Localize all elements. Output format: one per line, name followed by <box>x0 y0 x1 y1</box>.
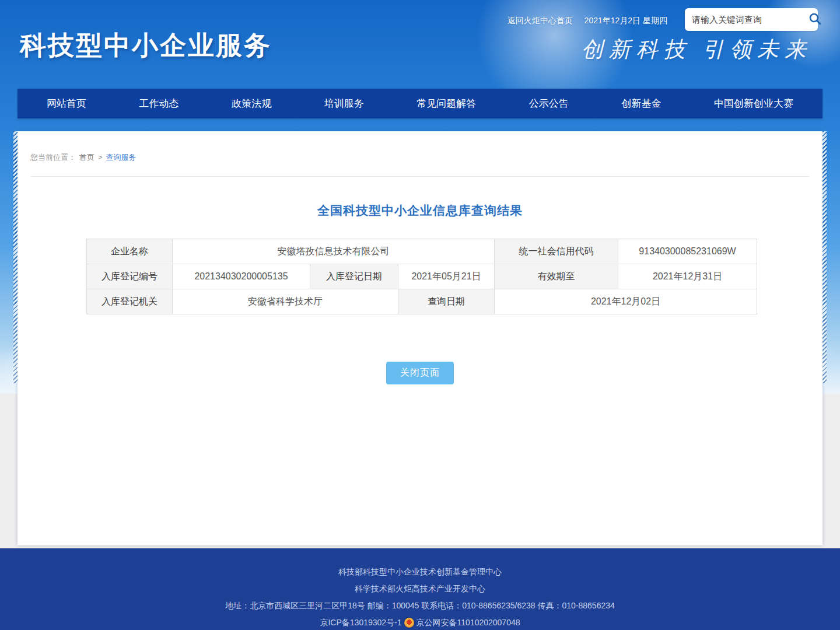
credit-code-label: 统一社会信用代码 <box>495 239 618 264</box>
button-row: 关闭页面 <box>18 362 822 384</box>
breadcrumb-current-link[interactable]: 查询服务 <box>106 153 136 162</box>
nav-item-announcements[interactable]: 公示公告 <box>523 97 575 110</box>
breadcrumb-prefix: 您当前位置： <box>30 153 76 162</box>
company-name-label: 企业名称 <box>87 239 173 264</box>
breadcrumb-separator: > <box>98 153 103 162</box>
registration-authority-label: 入库登记机关 <box>87 289 173 314</box>
nav-item-training[interactable]: 培训服务 <box>318 97 370 110</box>
header-slogan: 创新科技 引领未来 <box>582 35 812 64</box>
site-footer: 科技部科技型中小企业技术创新基金管理中心 科学技术部火炬高技术产业开发中心 地址… <box>0 548 840 630</box>
table-row: 入库登记机关 安徽省科学技术厅 查询日期 2021年12月02日 <box>87 289 757 314</box>
query-date-label: 查询日期 <box>398 289 495 314</box>
table-row: 入库登记编号 202134030200005135 入库登记日期 2021年05… <box>87 264 757 289</box>
search-button[interactable] <box>808 12 822 27</box>
page-title: 全国科技型中小企业信息库查询结果 <box>18 202 822 219</box>
valid-until-value: 2021年12月31日 <box>618 264 757 289</box>
close-page-button[interactable]: 关闭页面 <box>386 362 454 384</box>
footer-org-line-2: 科学技术部火炬高技术产业开发中心 <box>0 580 840 597</box>
back-to-torch-center-link[interactable]: 返回火炬中心首页 <box>508 16 573 25</box>
footer-contact-line: 地址：北京市西城区三里河二区甲18号 邮编：100045 联系电话：010-88… <box>0 597 840 614</box>
content-panel: 您当前位置：首页>查询服务 全国科技型中小企业信息库查询结果 企业名称 安徽塔孜… <box>18 131 822 545</box>
nav-item-faq[interactable]: 常见问题解答 <box>411 97 482 110</box>
registration-authority-value: 安徽省科学技术厅 <box>173 289 398 314</box>
nav-item-policies[interactable]: 政策法规 <box>226 97 277 110</box>
footer-org-line-1: 科技部科技型中小企业技术创新基金管理中心 <box>0 564 840 580</box>
search-icon <box>808 12 822 27</box>
breadcrumb-home-link[interactable]: 首页 <box>79 153 94 162</box>
valid-until-label: 有效期至 <box>495 264 618 289</box>
main-nav: 网站首页 工作动态 政策法规 培训服务 常见问题解答 公示公告 创新基金 中国创… <box>18 89 822 118</box>
result-table: 企业名称 安徽塔孜信息技术有限公司 统一社会信用代码 9134030008523… <box>86 239 757 314</box>
breadcrumb-divider <box>30 176 810 177</box>
table-row: 企业名称 安徽塔孜信息技术有限公司 统一社会信用代码 9134030008523… <box>87 239 757 264</box>
registration-date-label: 入库登记日期 <box>310 264 398 289</box>
nav-item-home[interactable]: 网站首页 <box>41 97 92 110</box>
police-badge-icon <box>404 618 414 628</box>
query-date-value: 2021年12月02日 <box>495 289 757 314</box>
registration-date-value: 2021年05月21日 <box>398 264 495 289</box>
police-record-link[interactable]: 京公网安备11010202007048 <box>416 614 520 630</box>
credit-code-value: 91340300085231069W <box>618 239 757 264</box>
header-top-links: 返回火炬中心首页 2021年12月2日 星期四 <box>508 16 667 26</box>
company-name-value: 安徽塔孜信息技术有限公司 <box>173 239 495 264</box>
breadcrumb: 您当前位置：首页>查询服务 <box>18 131 822 163</box>
icp-record-link[interactable]: 京ICP备13019302号-1 <box>320 614 401 630</box>
header-date: 2021年12月2日 星期四 <box>584 16 667 25</box>
search-box[interactable] <box>685 8 818 31</box>
nav-item-competition[interactable]: 中国创新创业大赛 <box>708 97 799 110</box>
nav-item-innovation-fund[interactable]: 创新基金 <box>615 97 667 110</box>
nav-item-work-news[interactable]: 工作动态 <box>134 97 185 110</box>
registration-number-value: 202134030200005135 <box>173 264 310 289</box>
footer-record-line: 京ICP备13019302号-1 京公网安备11010202007048 <box>0 614 840 630</box>
site-logo: 科技型中小企业服务 <box>20 28 272 63</box>
search-input[interactable] <box>692 15 808 24</box>
registration-number-label: 入库登记编号 <box>87 264 173 289</box>
